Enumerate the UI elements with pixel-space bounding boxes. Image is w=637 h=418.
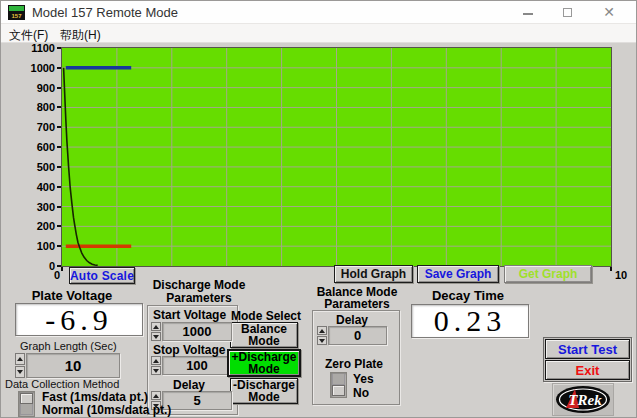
y-axis-tick [57, 245, 61, 247]
discharge-params-title-line1: Discharge Mode [147, 278, 251, 292]
mode-select-label: Mode Select [231, 309, 309, 323]
balance-delay-decrement-button[interactable] [317, 336, 327, 345]
minimize-icon [523, 13, 533, 15]
y-axis-tick-label: 300 [7, 200, 55, 214]
trek-logo-image: TRek [553, 384, 613, 415]
switch-knob [20, 393, 33, 404]
data-collection-label: Data Collection Method [5, 378, 119, 390]
balance-delay-label: Delay [329, 313, 375, 327]
menu-bar: 文件(F) 帮助(H) [1, 24, 636, 43]
y-axis-tick [57, 146, 61, 148]
y-axis-tick-label: 700 [7, 120, 55, 134]
stop-voltage-spinner: 100 [151, 356, 232, 375]
y-axis-tick [57, 47, 61, 49]
start-voltage-increment-button[interactable] [151, 322, 161, 331]
stop-voltage-value[interactable]: 100 [162, 356, 232, 375]
y-axis-tick [57, 166, 61, 168]
switch-track [20, 404, 33, 415]
y-axis-tick-label: 800 [7, 100, 55, 114]
start-voltage-value[interactable]: 1000 [162, 322, 232, 341]
minimize-button[interactable] [512, 1, 544, 24]
x-axis-tick-label: 10 [615, 269, 627, 281]
y-axis-tick [57, 126, 61, 128]
graph-length-increment-button[interactable] [15, 353, 25, 365]
app-icon-green-strip [9, 6, 24, 11]
y-axis-tick-label: 1000 [7, 61, 55, 75]
auto-scale-button[interactable]: Auto Scale [69, 267, 135, 284]
stop-voltage-decrement-button[interactable] [151, 366, 161, 375]
graph-length-spinner: 10 [15, 353, 120, 378]
zero-plate-switch[interactable] [330, 372, 347, 398]
maximize-icon [563, 8, 572, 17]
y-axis-tick-label: 400 [7, 180, 55, 194]
trek-logo: TRek [552, 383, 614, 416]
action-button-frame: Start Test Exit [543, 337, 632, 382]
stop-voltage-increment-button[interactable] [151, 356, 161, 365]
switch-track [332, 374, 345, 385]
balance-delay-increment-button[interactable] [317, 326, 327, 335]
window-title: Model 157 Remote Mode [32, 5, 178, 20]
discharge-delay-increment-button[interactable] [151, 391, 161, 400]
start-voltage-spinner: 1000 [151, 322, 232, 341]
switch-knob [332, 385, 345, 396]
y-axis-tick [57, 186, 61, 188]
decay-graph-plot [61, 47, 612, 267]
zero-plate-label: Zero Plate [325, 357, 383, 371]
discharge-params-title-line2: Parameters [147, 291, 251, 305]
negative-discharge-mode-button[interactable]: -Discharge Mode [230, 378, 298, 404]
plate-voltage-display: -6.9 [15, 303, 143, 336]
menu-help[interactable]: 帮助(H) [56, 26, 105, 45]
graph-length-value[interactable]: 10 [26, 353, 120, 378]
stop-voltage-label: Stop Voltage [153, 343, 225, 357]
hold-graph-button[interactable]: Hold Graph [334, 265, 413, 283]
get-graph-button[interactable]: Get Graph [504, 265, 592, 283]
plate-voltage-label: Plate Voltage [15, 288, 129, 303]
y-axis-tick-label: 500 [7, 160, 55, 174]
start-test-button[interactable]: Start Test [545, 339, 630, 359]
y-axis-tick-label: 900 [7, 81, 55, 95]
balance-mode-button[interactable]: Balance Mode [230, 322, 298, 348]
x-axis-tick [61, 267, 63, 271]
y-axis-tick [57, 87, 61, 89]
zero-plate-option-yes: Yes [353, 372, 374, 386]
discharge-delay-value[interactable]: 5 [162, 391, 232, 410]
decay-time-display: 0.23 [411, 304, 529, 338]
start-voltage-label: Start Voltage [153, 308, 226, 322]
app-icon: 157 [8, 5, 25, 20]
y-axis-tick-label: 200 [7, 219, 55, 233]
start-voltage-decrement-button[interactable] [151, 332, 161, 341]
y-axis-tick [57, 206, 61, 208]
discharge-delay-label: Delay [173, 378, 205, 392]
close-button[interactable]: ✕ [593, 1, 625, 24]
app-icon-label: 157 [8, 12, 25, 20]
y-axis-tick [57, 225, 61, 227]
title-bar: 157 Model 157 Remote Mode ✕ [1, 1, 636, 24]
exit-button[interactable]: Exit [545, 360, 630, 380]
data-collection-option-fast: Fast (1ms/data pt.) [42, 390, 148, 404]
trek-logo-text: TRek [568, 392, 602, 408]
x-axis-tick-label: 0 [46, 269, 60, 281]
graph-length-label: Graph Length (Sec) [20, 340, 117, 352]
data-collection-option-normal: Normal (10ms/data pt.) [42, 403, 171, 417]
close-icon: ✕ [603, 4, 615, 20]
zero-plate-option-no: No [353, 386, 369, 400]
y-axis-tick-label: 100 [7, 239, 55, 253]
y-axis-tick-label: 600 [7, 140, 55, 154]
positive-discharge-mode-button[interactable]: +Discharge Mode [227, 349, 301, 377]
graph-length-decrement-button[interactable] [15, 366, 25, 378]
decay-time-label: Decay Time [423, 288, 513, 303]
x-axis-tick [610, 267, 612, 271]
app-window: 157 Model 157 Remote Mode ✕ 文件(F) 帮助(H) … [0, 0, 637, 418]
data-collection-switch[interactable] [18, 391, 35, 417]
y-axis-tick-label: 1100 [7, 41, 55, 55]
y-axis-tick [57, 106, 61, 108]
y-axis-tick [57, 67, 61, 69]
maximize-button[interactable] [552, 1, 584, 24]
balance-delay-spinner: 0 [317, 326, 387, 345]
save-graph-button[interactable]: Save Graph [417, 265, 499, 283]
balance-delay-value[interactable]: 0 [328, 326, 387, 345]
balance-params-title-line2: Parameters [312, 297, 402, 311]
